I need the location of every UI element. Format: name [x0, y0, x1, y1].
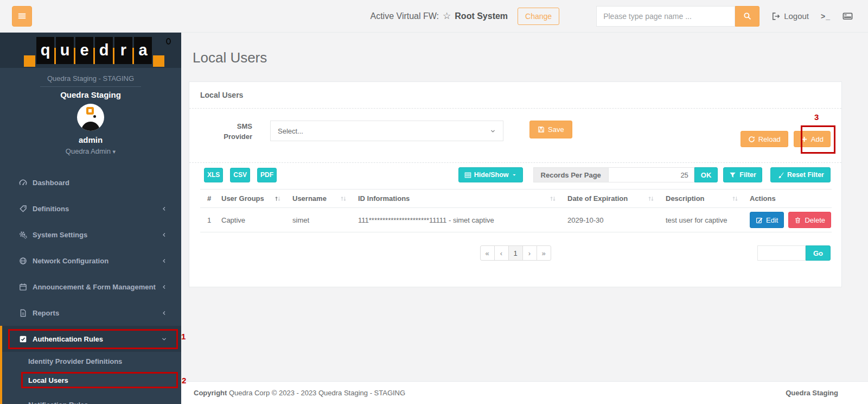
sidebar-item-definitions[interactable]: Definitions	[0, 195, 181, 222]
logo-orange-square	[153, 55, 164, 67]
table-header-row: # User Groups Username ID Informations	[200, 190, 832, 208]
logout-button[interactable]: Logout	[771, 11, 809, 21]
column-header-index: #	[200, 190, 221, 208]
reset-filter-button[interactable]: Reset Filter	[770, 167, 831, 182]
column-header-date-of-expiration[interactable]: Date of Expiration	[567, 190, 666, 208]
export-xls-button[interactable]: XLS	[204, 168, 223, 182]
reload-button[interactable]: Reload	[741, 131, 788, 147]
column-header-description[interactable]: Description	[666, 190, 750, 208]
caret-down-icon: ▾	[113, 148, 116, 155]
filter-icon	[729, 172, 736, 179]
records-per-page-label: Records Per Page	[533, 167, 609, 182]
pagination-last[interactable]: »	[537, 245, 551, 261]
sort-icon	[731, 195, 739, 203]
filter-button[interactable]: Filter	[723, 167, 762, 182]
tenant-name: Quedra Staging - STAGING	[0, 73, 181, 84]
sidebar-item-authentication-rules[interactable]: Authentication Rules	[0, 326, 181, 352]
table-icon	[464, 172, 471, 179]
chevron-left-icon	[161, 284, 167, 290]
sidebar-item-reports[interactable]: Reports	[0, 300, 181, 326]
pagination-next[interactable]: ›	[522, 245, 537, 261]
logo-letter: d	[95, 37, 113, 64]
cell-actions: Edit Delete	[750, 208, 832, 232]
column-header-username[interactable]: Username	[292, 190, 358, 208]
ok-button[interactable]: OK	[694, 167, 718, 182]
sms-provider-select[interactable]: Select...	[270, 121, 503, 141]
chevron-down-icon	[161, 336, 167, 342]
sidebar-subitem-local-users[interactable]: Local Users	[0, 371, 181, 390]
search-icon	[743, 12, 751, 20]
logo-letter: u	[56, 37, 74, 64]
hide-show-columns-button[interactable]: Hide/Show	[458, 167, 523, 182]
active-menu-accent	[0, 326, 2, 404]
plus-icon	[801, 136, 808, 143]
sidebar-item-system-settings[interactable]: System Settings	[0, 222, 181, 248]
cell-username: simet	[292, 208, 358, 232]
active-fw-name: Root System	[455, 11, 508, 21]
export-csv-button[interactable]: CSV	[230, 168, 250, 182]
star-icon: ☆	[443, 10, 451, 22]
floppy-icon	[538, 126, 545, 133]
search-button[interactable]	[735, 6, 760, 27]
sidebar-item-network-configuration[interactable]: Network Configuration	[0, 248, 181, 274]
cell-user-groups: Captive	[221, 208, 292, 232]
export-pdf-button[interactable]: PDF	[257, 168, 277, 182]
column-header-user-groups[interactable]: User Groups	[221, 190, 292, 208]
terminal-icon[interactable]: >_	[821, 12, 831, 21]
page-title: Local Users	[181, 33, 868, 67]
sort-icon	[274, 195, 282, 203]
column-header-id-informations[interactable]: ID Informations	[358, 190, 567, 208]
avatar	[77, 104, 104, 131]
active-fw-label: Active Virtual FW:	[370, 11, 439, 21]
column-header-actions: Actions	[750, 190, 832, 208]
sort-icon	[340, 195, 347, 203]
app-root: Active Virtual FW: ☆ Root System Change …	[0, 0, 868, 404]
panel-title: Local Users	[189, 82, 841, 109]
chevron-down-icon	[490, 128, 496, 134]
go-to-page-input[interactable]	[757, 245, 806, 261]
page-search-group	[596, 6, 760, 27]
sidebar-toggle-button[interactable]	[12, 6, 32, 27]
change-fw-button[interactable]: Change	[518, 8, 559, 25]
profile-block: Quedra Staging - STAGING Quedra Staging …	[0, 68, 181, 155]
sidebar-item-dashboard[interactable]: Dashboard	[0, 169, 181, 195]
add-button[interactable]: Add	[794, 131, 831, 147]
main-content: Local Users Local Users SMS Provider Sel…	[181, 33, 868, 404]
table-controls: XLS CSV PDF Hide/Show Records Per Page O…	[189, 162, 841, 186]
sort-icon	[549, 195, 557, 203]
globe-icon	[19, 257, 27, 265]
delete-button[interactable]: Delete	[788, 212, 831, 228]
pagination-page-1[interactable]: 1	[508, 245, 523, 261]
edit-button[interactable]: Edit	[750, 212, 784, 228]
pagination-prev[interactable]: ‹	[494, 245, 509, 261]
sidebar-subitem-identity-provider-definitions[interactable]: Identity Provider Definitions	[0, 352, 181, 371]
caret-down-icon	[512, 172, 517, 178]
card-panel-button[interactable]	[843, 11, 853, 21]
go-button[interactable]: Go	[806, 245, 831, 261]
records-per-page-input[interactable]	[609, 167, 694, 182]
quedra-logo[interactable]: q u e d r a	[24, 37, 171, 64]
username: admin	[0, 135, 181, 144]
page-search-input[interactable]	[596, 6, 735, 27]
sidebar-item-announcement-form-management[interactable]: Announcement & Form Management	[0, 274, 181, 300]
local-users-panel: Local Users SMS Provider Select... Save …	[189, 81, 842, 287]
logo-letter: e	[75, 37, 93, 64]
records-per-page-group: Records Per Page OK	[533, 167, 718, 182]
role-dropdown[interactable]: Quedra Admin ▾	[0, 147, 181, 155]
sidebar-subitem-notification-rules[interactable]: Notification Rules	[0, 395, 181, 404]
copyright-text: Copyright Quedra Corp © 2023 - 2023 Qued…	[194, 389, 405, 397]
sort-icon	[647, 195, 655, 203]
tags-icon	[19, 205, 27, 213]
select-value: Select...	[278, 127, 303, 135]
chevron-left-icon	[161, 310, 167, 316]
logout-label: Logout	[784, 11, 809, 21]
sms-provider-row: SMS Provider Select... Save Reload	[189, 109, 841, 162]
pagination-first[interactable]: «	[480, 245, 495, 261]
table-controls-right: Hide/Show Records Per Page OK Filter	[458, 167, 831, 182]
check-square-icon	[19, 335, 27, 343]
pagination-row: « ‹ 1 › » Go	[189, 232, 841, 287]
logo-letter: q	[36, 37, 54, 64]
credit-card-icon	[843, 11, 853, 21]
sign-out-icon	[771, 12, 780, 21]
save-button[interactable]: Save	[529, 121, 572, 138]
